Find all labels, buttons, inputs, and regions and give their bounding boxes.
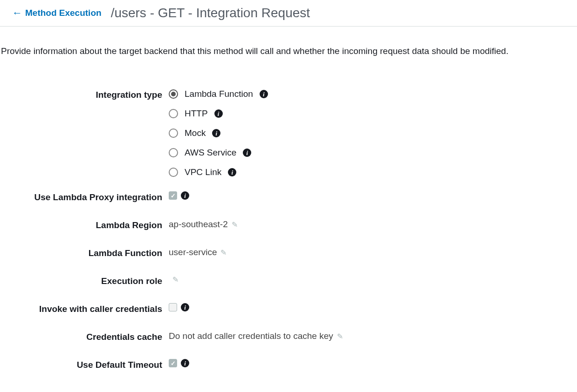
info-icon[interactable]	[181, 191, 189, 200]
integration-type-row: Integration type Lambda Function HTTP Mo…	[0, 89, 577, 177]
pencil-icon[interactable]: ✎	[337, 332, 343, 341]
credentials-cache-label: Credentials cache	[0, 331, 169, 342]
execution-role-label: Execution role	[0, 275, 169, 286]
radio-lambda-function[interactable]	[169, 89, 178, 99]
info-icon[interactable]	[228, 168, 236, 176]
lambda-region-value: ap-southeast-2	[169, 219, 228, 230]
info-icon[interactable]	[260, 90, 268, 98]
radio-lambda-label: Lambda Function	[185, 89, 253, 99]
default-timeout-checkbox[interactable]	[169, 359, 177, 367]
integration-type-label: Integration type	[0, 89, 169, 100]
pencil-icon[interactable]: ✎	[172, 275, 179, 284]
arrow-left-icon: ←	[12, 7, 22, 19]
radio-http-label: HTTP	[185, 108, 208, 119]
lambda-region-row: Lambda Region ap-southeast-2 ✎	[0, 219, 577, 230]
lambda-region-label: Lambda Region	[0, 219, 169, 230]
invoke-caller-label: Invoke with caller credentials	[0, 303, 169, 314]
credentials-cache-value: Do not add caller credentials to cache k…	[169, 331, 333, 341]
lambda-function-row: Lambda Function user-service ✎	[0, 247, 577, 258]
info-icon[interactable]	[212, 129, 220, 137]
radio-vpc-link[interactable]	[169, 168, 178, 177]
radio-aws-label: AWS Service	[185, 148, 236, 158]
lambda-proxy-label: Use Lambda Proxy integration	[0, 191, 169, 203]
info-icon[interactable]	[181, 359, 189, 367]
back-link-label: Method Execution	[25, 8, 102, 18]
radio-aws-service[interactable]	[169, 148, 178, 157]
info-icon[interactable]	[243, 149, 251, 157]
lambda-proxy-checkbox[interactable]	[169, 191, 177, 200]
pencil-icon[interactable]: ✎	[232, 220, 238, 229]
pencil-icon[interactable]: ✎	[220, 248, 227, 257]
radio-mock[interactable]	[169, 128, 178, 138]
execution-role-row: Execution role ✎	[0, 275, 577, 286]
page-description: Provide information about the target bac…	[0, 37, 577, 66]
method-execution-back-link[interactable]: ← Method Execution	[12, 7, 102, 19]
page-title: /users - GET - Integration Request	[111, 6, 310, 20]
invoke-caller-row: Invoke with caller credentials	[0, 303, 577, 314]
radio-vpc-label: VPC Link	[185, 167, 221, 177]
radio-http[interactable]	[169, 109, 178, 118]
credentials-cache-row: Credentials cache Do not add caller cred…	[0, 331, 577, 342]
lambda-function-label: Lambda Function	[0, 247, 169, 258]
info-icon[interactable]	[214, 109, 223, 118]
invoke-caller-checkbox[interactable]	[169, 303, 177, 311]
info-icon[interactable]	[181, 303, 189, 311]
default-timeout-label: Use Default Timeout	[0, 359, 169, 370]
lambda-function-value: user-service	[169, 247, 217, 257]
radio-mock-label: Mock	[185, 128, 206, 138]
default-timeout-row: Use Default Timeout	[0, 359, 577, 370]
page-header: ← Method Execution /users - GET - Integr…	[0, 0, 577, 27]
lambda-proxy-row: Use Lambda Proxy integration	[0, 191, 577, 203]
